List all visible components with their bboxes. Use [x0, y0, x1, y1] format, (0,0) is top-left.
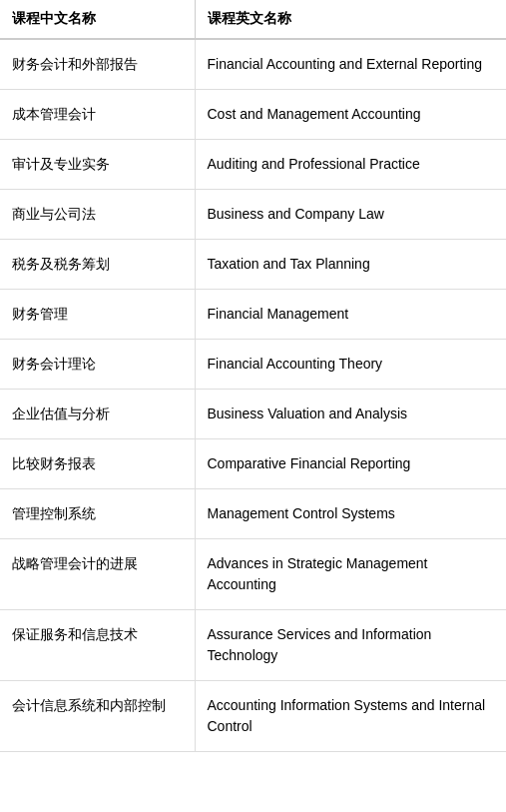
table-row: 保证服务和信息技术Assurance Services and Informat…	[0, 610, 506, 681]
course-en-cell: Financial Management	[195, 290, 506, 340]
course-en-cell: Assurance Services and Information Techn…	[195, 610, 506, 681]
table-row: 财务会计理论Financial Accounting Theory	[0, 340, 506, 390]
table-row: 企业估值与分析Business Valuation and Analysis	[0, 390, 506, 439]
course-en-cell: Comparative Financial Reporting	[195, 439, 506, 489]
course-table: 课程中文名称 课程英文名称 财务会计和外部报告Financial Account…	[0, 0, 506, 752]
course-cn-cell: 税务及税务筹划	[0, 240, 195, 290]
course-en-cell: Accounting Information Systems and Inter…	[195, 681, 506, 752]
table-row: 成本管理会计Cost and Management Accounting	[0, 90, 506, 140]
table-row: 审计及专业实务Auditing and Professional Practic…	[0, 140, 506, 190]
course-en-cell: Financial Accounting and External Report…	[195, 39, 506, 90]
course-en-cell: Auditing and Professional Practice	[195, 140, 506, 190]
course-en-cell: Business Valuation and Analysis	[195, 390, 506, 439]
course-cn-cell: 管理控制系统	[0, 489, 195, 539]
course-cn-cell: 财务会计和外部报告	[0, 39, 195, 90]
course-cn-cell: 比较财务报表	[0, 439, 195, 489]
course-en-cell: Management Control Systems	[195, 489, 506, 539]
course-cn-cell: 保证服务和信息技术	[0, 610, 195, 681]
course-en-cell: Taxation and Tax Planning	[195, 240, 506, 290]
table-row: 会计信息系统和内部控制Accounting Information System…	[0, 681, 506, 752]
course-cn-cell: 企业估值与分析	[0, 390, 195, 439]
table-row: 商业与公司法Business and Company Law	[0, 190, 506, 240]
course-en-cell: Cost and Management Accounting	[195, 90, 506, 140]
table-row: 税务及税务筹划Taxation and Tax Planning	[0, 240, 506, 290]
course-cn-cell: 财务会计理论	[0, 340, 195, 390]
course-cn-cell: 财务管理	[0, 290, 195, 340]
table-row: 财务会计和外部报告Financial Accounting and Extern…	[0, 39, 506, 90]
course-cn-cell: 商业与公司法	[0, 190, 195, 240]
course-cn-cell: 审计及专业实务	[0, 140, 195, 190]
course-cn-cell: 会计信息系统和内部控制	[0, 681, 195, 752]
header-cn: 课程中文名称	[0, 0, 195, 39]
table-row: 比较财务报表Comparative Financial Reporting	[0, 439, 506, 489]
table-row: 财务管理Financial Management	[0, 290, 506, 340]
course-en-cell: Financial Accounting Theory	[195, 340, 506, 390]
course-cn-cell: 战略管理会计的进展	[0, 539, 195, 610]
course-en-cell: Business and Company Law	[195, 190, 506, 240]
course-en-cell: Advances in Strategic Management Account…	[195, 539, 506, 610]
course-cn-cell: 成本管理会计	[0, 90, 195, 140]
table-row: 管理控制系统Management Control Systems	[0, 489, 506, 539]
table-row: 战略管理会计的进展Advances in Strategic Managemen…	[0, 539, 506, 610]
header-en: 课程英文名称	[195, 0, 506, 39]
